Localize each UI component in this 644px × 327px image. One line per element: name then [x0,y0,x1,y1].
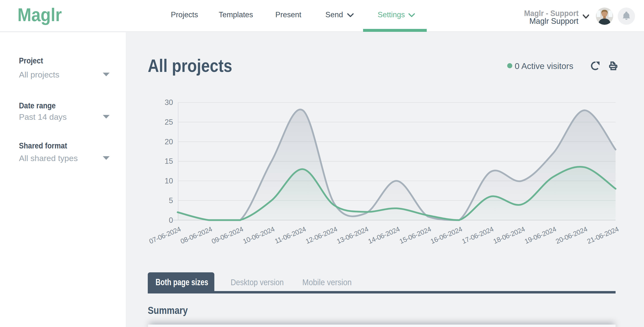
svg-text:14-06-2024: 14-06-2024 [367,225,401,245]
svg-text:08-06-2024: 08-06-2024 [179,225,213,245]
svg-text:19-06-2024: 19-06-2024 [524,225,557,245]
svg-text:16-06-2024: 16-06-2024 [430,225,463,245]
svg-text:25: 25 [165,118,173,126]
svg-text:10: 10 [165,176,173,185]
svg-text:13-06-2024: 13-06-2024 [336,225,370,245]
svg-text:17-06-2024: 17-06-2024 [461,225,494,245]
svg-text:20: 20 [165,138,173,146]
svg-text:0: 0 [169,216,173,224]
svg-text:18-06-2024: 18-06-2024 [492,225,526,245]
svg-text:15: 15 [165,157,173,166]
svg-text:30: 30 [165,98,173,107]
svg-text:07-06-2024: 07-06-2024 [148,225,182,245]
svg-text:10-06-2024: 10-06-2024 [242,225,276,245]
svg-text:15-06-2024: 15-06-2024 [398,225,432,245]
svg-text:09-06-2024: 09-06-2024 [210,225,244,245]
svg-text:20-06-2024: 20-06-2024 [554,225,588,245]
svg-text:5: 5 [169,196,173,205]
svg-text:11-06-2024: 11-06-2024 [274,225,307,245]
svg-text:21-06-2024: 21-06-2024 [586,225,620,245]
svg-text:12-06-2024: 12-06-2024 [304,225,338,245]
